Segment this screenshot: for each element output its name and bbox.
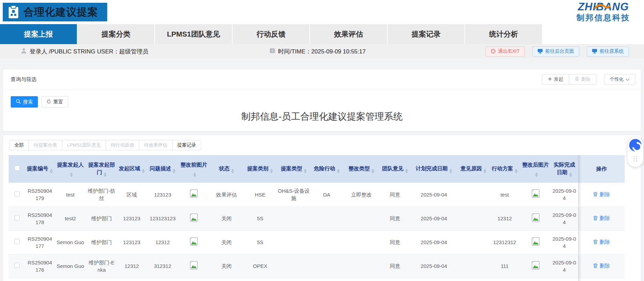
pill-待提案分类[interactable]: 待提案分类 [29,140,62,150]
sort-caret-icon[interactable] [535,173,538,177]
sort-caret-icon[interactable] [50,169,53,173]
sort-caret-icon[interactable] [569,173,572,177]
column-header-行动方案[interactable]: 行动方案 [489,155,521,183]
sort-caret-icon[interactable] [270,169,273,173]
tab-提案分类[interactable]: 提案分类 [78,24,155,44]
pill-待行动反馈[interactable]: 待行动反馈 [106,140,140,150]
row-checkbox[interactable] [14,263,20,268]
svg-text:7: 7 [272,49,273,53]
sort-caret-icon[interactable] [173,169,175,173]
pill-全部[interactable]: 全部 [9,140,29,150]
sort-caret-icon[interactable] [449,169,452,173]
cell-desc: 123123 [147,183,179,207]
column-header-意见原因[interactable]: 意见原因 [458,155,489,183]
go-origin-button[interactable]: 前往原系统 [587,47,629,57]
column-header-问题描述[interactable]: 问题描述 [147,155,179,183]
row-delete-link[interactable]: 删除 [593,214,610,222]
trash-icon [593,192,598,197]
row-checkbox[interactable] [14,215,20,220]
sort-caret-icon[interactable] [515,169,518,173]
logo-subtext: 制邦信息科技 [576,13,630,22]
personalize-button[interactable]: 个性化 [604,74,636,84]
cell-before_img [178,207,209,230]
cell-plan: 111 [489,254,521,278]
tab-行动反馈[interactable]: 行动反馈 [233,24,310,44]
sort-caret-icon[interactable] [142,169,145,173]
cell-category: 5S [244,230,277,254]
tab-提案上报[interactable]: 提案上报 [0,24,78,44]
sort-caret-icon[interactable] [483,169,486,173]
select-all-checkbox[interactable] [14,165,20,171]
image-placeholder-icon[interactable] [532,237,540,246]
column-header-整改后图片[interactable]: 整改后图片 [521,155,551,183]
row-checkbox[interactable] [14,239,20,244]
column-header-整改前图片[interactable]: 整改前图片 [178,155,209,183]
row-delete-link[interactable]: 删除 [593,191,610,198]
image-placeholder-icon[interactable] [190,237,198,246]
sort-caret-icon[interactable] [405,169,408,173]
column-header-团队意见[interactable]: 团队意见 [380,155,410,183]
sort-caret-icon[interactable] [304,169,307,173]
column-header-提案发起人[interactable]: 提案发起人 [54,155,86,183]
image-placeholder-icon[interactable] [190,213,198,222]
column-header-提案编号[interactable]: 提案编号 [25,155,54,183]
column-header-危险行动[interactable]: 危险行动 [311,155,343,183]
go-backend-button[interactable]: 前往后台页面 [532,47,579,57]
cell-proposer: test1 [54,278,86,281]
pill-待效果评估[interactable]: 待效果评估 [139,140,173,150]
time-label: 时间/TIME：2025-09-09 10:55:17 [278,48,366,56]
sort-caret-icon[interactable] [337,169,340,173]
cell-rectify [342,278,380,281]
exit-button[interactable]: 退出/EXIT [485,47,525,57]
image-placeholder-icon[interactable] [532,213,540,222]
column-header-提案类型[interactable]: 提案类型 [276,155,311,183]
image-placeholder-icon[interactable] [190,261,198,270]
top-banner: 合理化建议提案 ZHIBANG 制邦信息科技 [0,0,644,24]
cell-type [276,278,311,281]
column-header-计划完成日期[interactable]: 计划完成日期 [410,155,458,183]
column-header-发起区域[interactable]: 发起区域 [117,155,147,183]
cell-reason [458,230,489,254]
sort-caret-icon[interactable] [231,169,234,173]
column-header-整改类型[interactable]: 整改类型 [342,155,380,183]
image-placeholder-icon[interactable] [532,261,540,270]
image-placeholder-icon[interactable] [190,189,198,198]
cell-status: 关闭 [209,230,244,254]
time-display: 7 时间/TIME：2025-09-09 10:55:17 [269,48,366,56]
pill-提案记录[interactable]: 提案记录 [172,140,201,150]
cell-area: 12312 [117,254,147,278]
column-header-实际完成日期[interactable]: 实际完成日期 [550,155,578,183]
cell-desc: 12312 [147,230,179,254]
cell-dept: 维护部门 [86,207,117,230]
row-actions-cell: 删除 [578,207,625,230]
delete-button[interactable]: 删除 [569,74,596,84]
drag-handle-icon[interactable] [634,156,637,161]
launch-button[interactable]: 发起 [542,74,569,84]
sort-caret-icon[interactable] [104,173,106,177]
cell-status: 关闭 [209,207,244,230]
image-placeholder-icon[interactable] [532,189,540,198]
cell-type [276,207,311,230]
pill-LPMS1团队意见[interactable]: LPMS1团队意见 [62,140,106,150]
sort-caret-icon[interactable] [371,169,374,173]
column-header-提案类别[interactable]: 提案类别 [244,155,277,183]
sort-caret-icon[interactable] [70,173,73,177]
cell-rectify [342,207,380,230]
tab-提案记录[interactable]: 提案记录 [388,24,465,44]
row-checkbox[interactable] [14,191,20,197]
column-header-提案发起部门[interactable]: 提案发起部门 [86,155,117,183]
column-header-状态[interactable]: 状态 [209,155,244,183]
sort-caret-icon[interactable] [193,173,196,177]
search-button[interactable]: 搜索 [11,96,38,108]
row-delete-link[interactable]: 删除 [593,262,610,269]
person-icon [21,48,27,56]
tab-LPMS1团队意见[interactable]: LPMS1团队意见 [155,24,233,44]
company-logo: ZHIBANG 制邦信息科技 [576,1,630,22]
tab-统计分析[interactable]: 统计分析 [465,24,543,44]
row-delete-link[interactable]: 删除 [593,238,610,245]
plus-icon [548,77,552,82]
tab-效果评估[interactable]: 效果评估 [310,24,388,44]
reset-button[interactable]: 重置 [41,96,68,108]
select-all-header [9,155,25,183]
assistant-fab-icon[interactable] [629,139,642,151]
